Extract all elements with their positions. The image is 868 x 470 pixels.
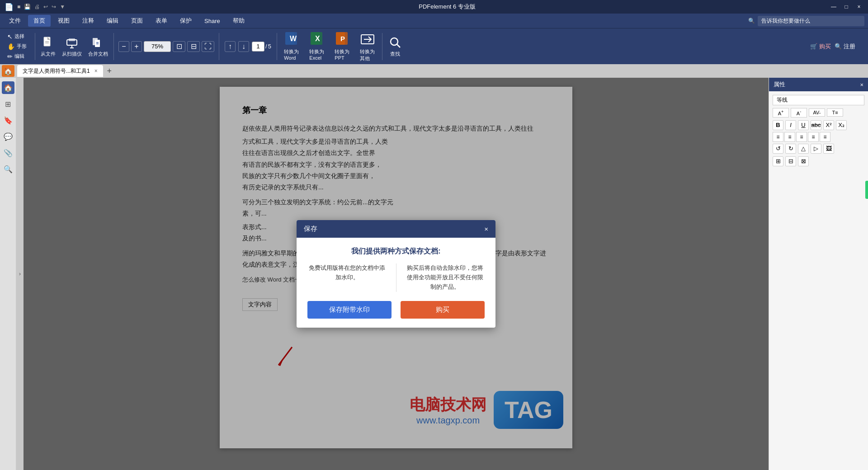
panel-title: 属性: [774, 80, 785, 89]
maximize-button[interactable]: □: [842, 3, 851, 10]
menu-edit[interactable]: 编辑: [101, 15, 124, 27]
sidebar-home-icon[interactable]: 🏠: [2, 81, 14, 94]
menu-annotate[interactable]: 注释: [77, 15, 99, 27]
convert-to-word[interactable]: W 转换为Word: [280, 29, 303, 64]
dialog-close-button[interactable]: ×: [484, 225, 488, 233]
buy-button-dialog[interactable]: 购买: [401, 301, 485, 319]
right-panel: 属性 × 等线 A+ A- AV- T≡ B I U abc X² X₂: [769, 78, 868, 470]
subscript-button[interactable]: X₂: [836, 120, 847, 130]
minus-button[interactable]: ⊟: [785, 156, 796, 166]
align-right-button[interactable]: ≡: [796, 132, 807, 142]
rotate-cw-button[interactable]: ↻: [785, 144, 796, 154]
right-accent-bar: [865, 181, 868, 199]
document-tab[interactable]: 文字是人类用符号...和工具1 ×: [17, 65, 103, 77]
align-row: ≡ ≡ ≡ ≡ ≡: [773, 132, 864, 142]
minimize-button[interactable]: —: [829, 3, 838, 10]
grid-button[interactable]: ⊞: [773, 156, 783, 166]
fit-page-button[interactable]: ⊡: [173, 41, 185, 52]
convert-to-ppt[interactable]: P 转换为PPT: [330, 29, 354, 64]
sidebar-layers-icon[interactable]: ⊞: [2, 98, 14, 110]
merge-docs-tool[interactable]: 合并文档: [85, 34, 111, 58]
transform-row: ↺ ↻ △ ▷ 🖼: [773, 144, 864, 154]
from-scanner-tool[interactable]: 从扫描仪: [59, 34, 85, 58]
convert-other-icon: [359, 31, 376, 47]
x-button[interactable]: ⊠: [798, 156, 809, 166]
find-tool[interactable]: 查找: [385, 34, 405, 58]
menubar: 文件 首页 视图 注释 编辑 页面 表单 保护 Share 帮助 🔍 告诉我你想…: [0, 14, 868, 28]
panel-close-button[interactable]: ×: [860, 81, 863, 88]
zoom-in-button[interactable]: +: [131, 41, 142, 52]
fit-width-button[interactable]: ⊟: [187, 41, 200, 52]
home-tab-icon[interactable]: 🏠: [2, 65, 14, 77]
menu-help[interactable]: 帮助: [227, 15, 250, 27]
svg-text:W: W: [290, 35, 297, 42]
tab-close-button[interactable]: ×: [94, 68, 98, 74]
dialog-option2: 购买后将自动去除水印，您将使用全功能开放且不受任何限制的产品。: [406, 263, 485, 291]
image-insert-button[interactable]: 🖼: [823, 144, 834, 154]
scroll-up-button[interactable]: ↑: [225, 41, 236, 52]
superscript-button[interactable]: X²: [823, 120, 834, 130]
divider3: [219, 33, 219, 60]
panel-content: 等线 A+ A- AV- T≡ B I U abc X² X₂ ≡ ≡: [769, 91, 868, 470]
fullscreen-button[interactable]: ⛶: [202, 41, 214, 52]
align-left-button[interactable]: ≡: [773, 132, 783, 142]
font-size-row: A+ A- AV- T≡: [773, 108, 864, 118]
dialog-title: 保存: [304, 225, 317, 233]
underline-button[interactable]: U: [798, 120, 809, 130]
line-height-button[interactable]: AV-: [809, 108, 825, 117]
align-indent-button[interactable]: ≡: [820, 132, 830, 142]
hand-tool[interactable]: ✋ 手形: [5, 42, 28, 51]
rotate-ccw-button[interactable]: ↺: [773, 144, 783, 154]
strikethrough-button[interactable]: abc: [811, 120, 821, 130]
save-dialog: 保存 × 我们提供两种方式保存文档: 免费试用版将在您的文档中添加水印。 购买后…: [297, 220, 495, 327]
align-justify-button[interactable]: ≡: [808, 132, 819, 142]
bold-button[interactable]: B: [773, 120, 783, 130]
register-button[interactable]: 🔍 注册: [835, 42, 855, 51]
add-tab-button[interactable]: +: [104, 66, 115, 76]
menu-view[interactable]: 视图: [52, 15, 75, 27]
divider1: [35, 33, 35, 60]
sidebar-attachment-icon[interactable]: 📎: [2, 146, 14, 159]
divider5: [382, 33, 382, 60]
align-center-button[interactable]: ≡: [784, 132, 795, 142]
scroll-down-button[interactable]: ↓: [238, 41, 249, 52]
menu-page[interactable]: 页面: [126, 15, 148, 27]
italic-button[interactable]: I: [785, 120, 796, 130]
shape-triangle-button[interactable]: △: [798, 144, 809, 154]
close-button[interactable]: ×: [854, 3, 863, 10]
svg-text:X: X: [315, 35, 320, 42]
left-sidebar: 🏠 ⊞ 🔖 💬 📎 🔍: [0, 78, 16, 470]
menu-form[interactable]: 表单: [150, 15, 173, 27]
buy-button[interactable]: 🛒 购买: [810, 42, 831, 51]
search-bar-placeholder[interactable]: 告诉我你想要做什么: [758, 16, 864, 26]
font-size-up-button[interactable]: A+: [773, 108, 789, 118]
font-family-selector[interactable]: 等线: [773, 95, 864, 105]
sidebar-bookmark-icon[interactable]: 🔖: [2, 114, 14, 127]
zoom-out-button[interactable]: −: [118, 41, 129, 52]
menu-home[interactable]: 首页: [28, 15, 51, 27]
dialog-buttons: 保存附带水印 购买: [307, 301, 485, 319]
sidebar-comment-icon[interactable]: 💬: [2, 130, 14, 143]
save-with-watermark-button[interactable]: 保存附带水印: [307, 301, 392, 319]
sidebar-toggle[interactable]: ›: [16, 78, 24, 470]
menu-protect[interactable]: 保护: [175, 15, 197, 27]
sidebar-search-icon[interactable]: 🔍: [2, 163, 14, 175]
document-area: 第一章 赵依依是人类用符号记录表达信息以传之久远的方式和工具，现代文字太多是沿寻…: [24, 78, 769, 470]
main-area: 🏠 ⊞ 🔖 💬 📎 🔍 › 第一章 赵依依是人类用符号记录表达信息以传之久远的方…: [0, 78, 868, 470]
menu-share[interactable]: Share: [199, 16, 226, 26]
text-style-button[interactable]: T≡: [827, 108, 843, 117]
select-tool[interactable]: ↖ 选择: [5, 32, 28, 41]
convert-to-other[interactable]: 转换为其他: [356, 29, 379, 64]
svg-line-22: [397, 44, 400, 47]
edit-tool[interactable]: ✏ 编辑: [5, 52, 28, 61]
convert-to-excel[interactable]: X 转换为Excel: [305, 29, 329, 64]
shape-arrow-button[interactable]: ▷: [811, 144, 821, 154]
divider2: [113, 33, 114, 60]
svg-rect-4: [69, 38, 75, 41]
dialog-options: 免费试用版将在您的文档中添加水印。 购买后将自动去除水印，您将使用全功能开放且不…: [307, 263, 485, 291]
from-file-tool[interactable]: 从文件: [38, 34, 58, 58]
page-number-input[interactable]: [252, 42, 264, 52]
font-size-down-button[interactable]: A-: [791, 108, 807, 118]
zoom-input[interactable]: [144, 41, 171, 52]
menu-file[interactable]: 文件: [4, 15, 26, 27]
